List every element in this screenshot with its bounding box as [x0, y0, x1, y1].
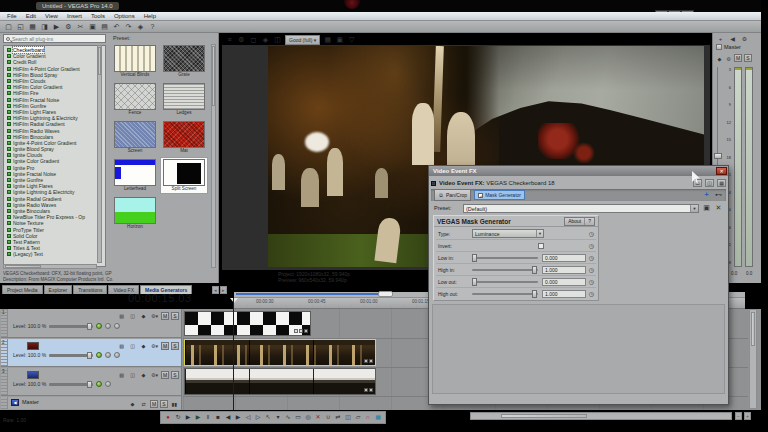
layout-icon-2[interactable]: ◫: [705, 179, 714, 187]
speaker-icon[interactable]: ◀: [728, 34, 737, 44]
compositing-mode-icon[interactable]: [96, 352, 102, 358]
generator-list-hscrollbar[interactable]: [3, 264, 97, 269]
parent-composite-icon[interactable]: [105, 381, 111, 387]
save-preset-icon[interactable]: ▣: [702, 203, 711, 213]
pause-button[interactable]: ‖: [204, 413, 212, 422]
level-slider[interactable]: [49, 383, 93, 386]
preset-combobox[interactable]: (Default)▼: [463, 204, 699, 213]
playhead-handle[interactable]: [230, 298, 238, 303]
master-mute-button[interactable]: M: [150, 400, 158, 408]
solo-button[interactable]: S: [171, 342, 179, 350]
overlays-grid-icon[interactable]: ▦: [323, 35, 332, 45]
track-motion-icon[interactable]: ◫: [128, 370, 137, 380]
track-header-1[interactable]: 1 ▧ ◫ ◆ ⚙▾ M S Level: 100.0 %: [1, 309, 181, 338]
interaction-mode-icon[interactable]: ◈: [136, 22, 145, 32]
previous-frame-button[interactable]: ◁: [244, 413, 252, 422]
menu-item[interactable]: View: [45, 12, 58, 20]
mountain-video-event[interactable]: [184, 368, 376, 395]
level-slider[interactable]: [49, 354, 93, 357]
animate-clock-icon[interactable]: ◷: [589, 242, 594, 250]
master-solo-button[interactable]: S: [160, 400, 168, 408]
compositing-mode-icon[interactable]: [96, 323, 102, 329]
dialog-titlebar[interactable]: Video Event FX ✕: [429, 166, 728, 176]
zoom-tool-button[interactable]: ◎: [304, 413, 312, 422]
compositing-mode-icon[interactable]: [96, 381, 102, 387]
menu-item[interactable]: File: [7, 12, 17, 20]
undo-icon[interactable]: ↶: [112, 22, 121, 32]
dock-tab[interactable]: Explorer: [44, 285, 73, 294]
mute-button[interactable]: M: [161, 371, 169, 379]
solo-button[interactable]: S: [171, 371, 179, 379]
preset-item[interactable]: Vertical Blinds: [112, 44, 158, 79]
high-out-value[interactable]: 1.000: [542, 290, 586, 298]
preset-item[interactable]: Screen: [112, 120, 158, 155]
about-button[interactable]: About?: [564, 217, 595, 226]
event-buttons[interactable]: [294, 329, 308, 333]
insert-bus-icon[interactable]: +: [716, 34, 725, 44]
master-bus-track-header[interactable]: ◀ Master ◆ ⇄ M S ▮▮: [1, 397, 181, 409]
help-button[interactable]: ?: [584, 218, 594, 225]
event-fx-button[interactable]: ▦: [374, 413, 382, 422]
solo-button[interactable]: S: [171, 312, 179, 320]
event-buttons[interactable]: [364, 388, 373, 392]
zoom-out-icon[interactable]: −: [735, 412, 742, 420]
composite-child-icon[interactable]: [114, 323, 120, 329]
dim-output-icon[interactable]: ⇄: [139, 399, 148, 409]
layout-icon-1[interactable]: ▭: [693, 179, 702, 187]
composite-child-icon[interactable]: [114, 352, 120, 358]
cut-icon[interactable]: ✂: [76, 22, 85, 32]
external-monitor-icon[interactable]: ◻: [249, 35, 258, 45]
event-buttons[interactable]: [364, 359, 373, 363]
preset-item[interactable]: Fence: [112, 82, 158, 117]
high-in-slider[interactable]: [472, 269, 538, 271]
cemetery-video-event-selected[interactable]: [184, 339, 376, 366]
menu-item[interactable]: Insert: [67, 12, 82, 20]
play-button[interactable]: ▶: [194, 413, 202, 422]
low-out-slider[interactable]: [472, 281, 538, 283]
project-video-properties-icon[interactable]: ⚙: [237, 35, 246, 45]
timeline-hscrollbar[interactable]: [470, 412, 732, 420]
bypass-motion-blur-icon[interactable]: ▧: [117, 341, 126, 351]
timeline-vscrollbar[interactable]: [749, 309, 757, 409]
mask-generator-chip[interactable]: ✓ Mask Generator: [474, 190, 525, 200]
mute-button[interactable]: M: [161, 312, 169, 320]
search-input[interactable]: [12, 36, 102, 42]
envelope-tool-button[interactable]: ∿: [284, 413, 292, 422]
track-header-3[interactable]: 3 ▧ ◫ ◆ ⚙▾ M S Level: 100.0 %: [1, 368, 181, 396]
combo-arrow-icon[interactable]: ▼: [690, 205, 698, 212]
preset-scrollbar[interactable]: [211, 44, 216, 268]
edit-tool-dropdown[interactable]: ▾: [274, 413, 282, 422]
redo-icon[interactable]: ↷: [124, 22, 133, 32]
stop-button[interactable]: ■: [214, 413, 222, 422]
save-snapshot-icon[interactable]: ▽: [347, 35, 356, 45]
layout-icon-3[interactable]: ▦: [717, 179, 726, 187]
automation-settings-icon[interactable]: ⚙▾: [150, 370, 159, 380]
automation-settings-icon[interactable]: ⚙▾: [150, 311, 159, 321]
playback-rate-label[interactable]: Rate: 1.00: [3, 417, 26, 423]
low-in-value[interactable]: 0.000: [542, 254, 586, 262]
bypass-motion-blur-icon[interactable]: ▧: [117, 311, 126, 321]
new-project-icon[interactable]: ▢: [4, 22, 13, 32]
pan-crop-button[interactable]: ⧉Pan/Crop: [434, 189, 471, 201]
copy-snapshot-icon[interactable]: ▣: [335, 35, 344, 45]
loop-region-handle[interactable]: [378, 291, 393, 297]
preset-item[interactable]: Grate: [161, 44, 207, 79]
menu-item[interactable]: Tools: [91, 12, 105, 20]
bus-settings-icon[interactable]: ⚙: [725, 54, 732, 64]
split-screen-view-icon[interactable]: ◫: [273, 35, 282, 45]
track-motion-icon[interactable]: ◫: [128, 311, 137, 321]
publish-icon[interactable]: ▶: [52, 22, 61, 32]
menu-item[interactable]: Help: [144, 12, 156, 20]
project-properties-icon[interactable]: ⚙: [64, 22, 73, 32]
loop-playback-button[interactable]: ↻: [174, 413, 182, 422]
go-to-start-button[interactable]: ◀: [224, 413, 232, 422]
video-output-fx-icon[interactable]: ◈: [261, 35, 270, 45]
add-plugin-icon[interactable]: +: [702, 190, 711, 200]
low-out-value[interactable]: 0.000: [542, 278, 586, 286]
menu-item[interactable]: Edit: [26, 12, 36, 20]
generator-list-scrollbar[interactable]: [97, 45, 102, 263]
preset-item[interactable]: Mat: [161, 120, 207, 155]
paste-icon[interactable]: ▤: [100, 22, 109, 32]
event-pan-crop-button[interactable]: ∩: [364, 413, 372, 422]
snap-toggle-button[interactable]: ∪: [324, 413, 332, 422]
